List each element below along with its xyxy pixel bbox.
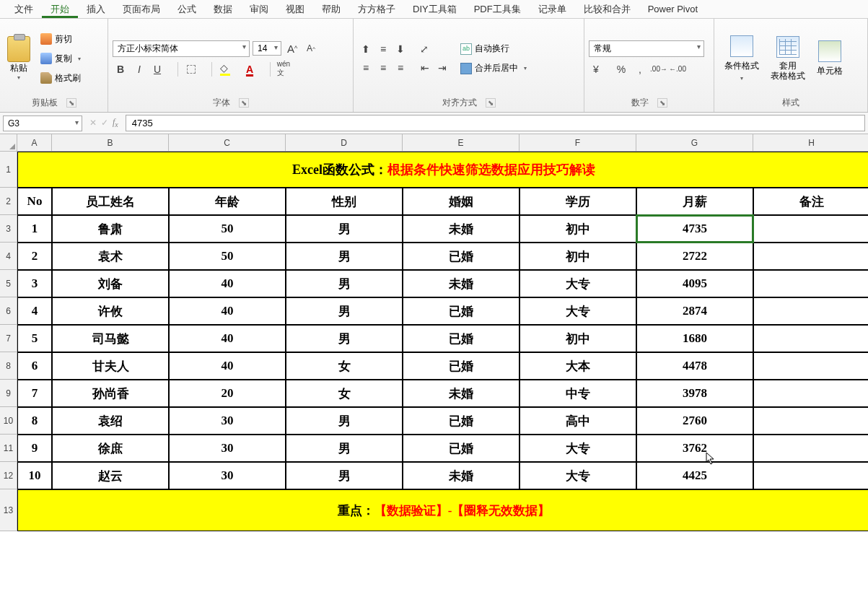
cell-C10[interactable]: 30 <box>169 407 286 435</box>
font-dialog-launcher[interactable]: ⬊ <box>239 98 249 108</box>
cell-E7[interactable]: 已婚 <box>403 325 520 352</box>
row-header-6[interactable]: 6 <box>0 297 17 325</box>
cell-B7[interactable]: 司马懿 <box>52 325 169 352</box>
cell-B3[interactable]: 鲁肃 <box>52 215 169 243</box>
col-header-B[interactable]: B <box>52 134 169 152</box>
fill-color-button[interactable]: ◇ <box>218 61 240 77</box>
cell-E9[interactable]: 未婚 <box>403 380 520 407</box>
align-center-button[interactable]: ≡ <box>375 60 391 76</box>
table-format-button[interactable]: 套用 表格格式 <box>765 33 811 84</box>
col-header-A[interactable]: A <box>17 134 52 152</box>
cell-F7[interactable]: 初中 <box>520 325 636 352</box>
cell-F10[interactable]: 高中 <box>520 407 636 435</box>
menu-14[interactable]: Power Pivot <box>639 1 706 17</box>
header-cell-D[interactable]: 性别 <box>286 188 403 215</box>
row-header-8[interactable]: 8 <box>0 352 17 380</box>
row-header-13[interactable]: 13 <box>0 489 17 531</box>
cell-C6[interactable]: 40 <box>169 297 286 325</box>
cancel-formula-button[interactable]: ✕ <box>89 118 97 128</box>
cell-A11[interactable]: 9 <box>17 435 52 462</box>
cell-D12[interactable]: 男 <box>286 462 403 489</box>
number-format-combo[interactable]: 常规 <box>589 40 704 57</box>
align-right-button[interactable]: ≡ <box>393 60 408 76</box>
comma-style-button[interactable]: , <box>632 61 648 77</box>
title-cell[interactable]: Excel函数公式：根据条件快速筛选数据应用技巧解读 <box>17 152 868 188</box>
align-left-button[interactable]: ≡ <box>358 60 374 76</box>
underline-button[interactable]: U <box>150 61 172 77</box>
cell-D5[interactable]: 男 <box>286 270 403 297</box>
col-header-E[interactable]: E <box>403 134 520 152</box>
percent-button[interactable]: % <box>613 61 629 77</box>
row-header-4[interactable]: 4 <box>0 243 17 270</box>
menu-0[interactable]: 文件 <box>6 1 42 18</box>
cell-A12[interactable]: 10 <box>17 462 52 489</box>
cell-G7[interactable]: 1680 <box>636 325 753 352</box>
cell-C11[interactable]: 30 <box>169 435 286 462</box>
align-top-button[interactable]: ⬆ <box>358 41 374 57</box>
cell-G8[interactable]: 4478 <box>636 352 753 380</box>
clipboard-dialog-launcher[interactable]: ⬊ <box>66 98 76 108</box>
increase-font-button[interactable]: A^ <box>284 40 300 56</box>
formula-input[interactable]: 4735 <box>126 115 865 131</box>
cell-A4[interactable]: 2 <box>17 243 52 270</box>
align-middle-button[interactable]: ≡ <box>375 41 391 57</box>
cell-C8[interactable]: 40 <box>169 352 286 380</box>
cell-A5[interactable]: 3 <box>17 270 52 297</box>
cell-E4[interactable]: 已婚 <box>403 243 520 270</box>
cell-B11[interactable]: 徐庶 <box>52 435 169 462</box>
font-color-button[interactable]: A <box>242 61 264 77</box>
menu-4[interactable]: 公式 <box>169 1 205 18</box>
menu-12[interactable]: 记录单 <box>530 1 575 18</box>
name-box[interactable]: G3 <box>3 115 82 131</box>
cell-G5[interactable]: 4095 <box>636 270 753 297</box>
decrease-decimal-button[interactable]: ←.00 <box>670 61 685 77</box>
cell-A3[interactable]: 1 <box>17 215 52 243</box>
cell-C7[interactable]: 40 <box>169 325 286 352</box>
menu-11[interactable]: PDF工具集 <box>465 1 530 18</box>
cell-H10[interactable] <box>753 407 868 435</box>
cell-E3[interactable]: 未婚 <box>403 215 520 243</box>
cell-A8[interactable]: 6 <box>17 352 52 380</box>
menu-2[interactable]: 插入 <box>78 1 114 18</box>
cell-D6[interactable]: 男 <box>286 297 403 325</box>
col-header-G[interactable]: G <box>636 134 753 152</box>
header-cell-E[interactable]: 婚姻 <box>403 188 520 215</box>
cell-B6[interactable]: 许攸 <box>52 297 169 325</box>
menu-1[interactable]: 开始 <box>42 1 78 18</box>
row-header-12[interactable]: 12 <box>0 462 17 489</box>
wrap-text-button[interactable]: ab自动换行 <box>457 41 530 56</box>
italic-button[interactable]: I <box>131 61 147 77</box>
increase-indent-button[interactable]: ⇥ <box>434 60 450 76</box>
col-header-D[interactable]: D <box>286 134 403 152</box>
row-header-1[interactable]: 1 <box>0 152 17 188</box>
cell-D11[interactable]: 男 <box>286 435 403 462</box>
cell-B5[interactable]: 刘备 <box>52 270 169 297</box>
insert-function-button[interactable]: fx <box>113 117 118 128</box>
accounting-format-button[interactable]: ¥ <box>589 61 610 77</box>
header-cell-C[interactable]: 年龄 <box>169 188 286 215</box>
header-cell-H[interactable]: 备注 <box>753 188 868 215</box>
copy-button[interactable]: 复制▾ <box>38 51 84 66</box>
cell-B12[interactable]: 赵云 <box>52 462 169 489</box>
menu-6[interactable]: 审阅 <box>241 1 277 18</box>
menu-3[interactable]: 页面布局 <box>114 1 169 18</box>
border-button[interactable] <box>184 61 206 77</box>
header-cell-A[interactable]: No <box>17 188 52 215</box>
col-header-H[interactable]: H <box>753 134 868 152</box>
cell-E10[interactable]: 已婚 <box>403 407 520 435</box>
cell-E11[interactable]: 已婚 <box>403 435 520 462</box>
paste-button[interactable]: 粘贴 ▾ <box>4 33 33 84</box>
menu-5[interactable]: 数据 <box>205 1 241 18</box>
merge-center-button[interactable]: 合并后居中▾ <box>457 61 530 76</box>
row-header-10[interactable]: 10 <box>0 407 17 435</box>
confirm-formula-button[interactable]: ✓ <box>101 118 108 128</box>
cell-D7[interactable]: 男 <box>286 325 403 352</box>
cell-G12[interactable]: 4425 <box>636 462 753 489</box>
row-header-7[interactable]: 7 <box>0 325 17 352</box>
cell-styles-button[interactable]: 单元格 <box>811 38 849 80</box>
grid-body[interactable]: Excel函数公式：根据条件快速筛选数据应用技巧解读No员工姓名年龄性别婚姻学历… <box>17 152 868 531</box>
align-bottom-button[interactable]: ⬇ <box>393 41 408 57</box>
cut-button[interactable]: 剪切 <box>38 32 84 47</box>
cell-B9[interactable]: 孙尚香 <box>52 380 169 407</box>
row-header-3[interactable]: 3 <box>0 215 17 243</box>
